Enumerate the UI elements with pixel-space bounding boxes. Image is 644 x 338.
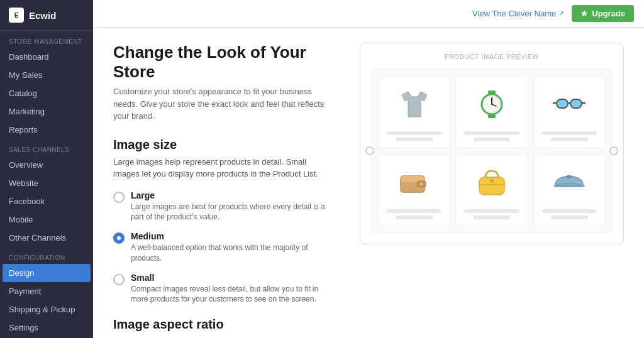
aspect-ratio-title: Image aspect ratio [113, 317, 335, 332]
carousel-right-arrow[interactable] [609, 146, 618, 155]
radio-large-desc: Large images are best for products where… [131, 202, 335, 223]
radio-medium-content: Medium A well-balanced option that works… [131, 231, 335, 264]
sidebar-logo: E Ecwid [0, 0, 93, 31]
radio-medium-desc: A well-balanced option that works with t… [131, 243, 335, 264]
cap-icon [550, 163, 588, 201]
left-panel: Change the Look of Your Store Customize … [113, 43, 335, 323]
sidebar: E Ecwid Store management Dashboard My Sa… [0, 0, 93, 338]
section-label-config: Configuration [0, 247, 93, 264]
preview-inner [370, 68, 613, 234]
upgrade-label: Upgrade [592, 9, 625, 18]
right-panel: PRODUCT IMAGE PREVIEW [360, 43, 624, 323]
svg-rect-15 [567, 175, 572, 178]
product-card-watch [455, 75, 528, 148]
view-store-label: View The Clever Name [472, 9, 556, 18]
radio-option-large[interactable]: Large Large images are best for products… [113, 190, 335, 223]
product-line-5 [542, 131, 597, 135]
product-line-1 [387, 131, 442, 135]
product-card-bag [455, 153, 528, 226]
sidebar-item-reports[interactable]: Reports [0, 121, 93, 139]
sidebar-item-dashboard[interactable]: Dashboard [0, 48, 93, 66]
product-line-11 [542, 209, 597, 213]
product-line-2 [396, 138, 432, 141]
sidebar-item-catalog[interactable]: Catalog [0, 84, 93, 102]
sidebar-item-settings[interactable]: Settings [0, 319, 93, 337]
wallet-icon [396, 163, 433, 201]
product-line-9 [464, 209, 519, 213]
sidebar-item-other-channels[interactable]: Other Channels [0, 229, 93, 247]
product-image-cap [539, 160, 600, 204]
product-image-wallet [384, 160, 445, 204]
svg-point-11 [419, 183, 423, 186]
main-wrapper: View The Clever Name ↗ ★ Upgrade Change … [93, 0, 644, 338]
radio-large-label: Large [131, 190, 335, 200]
image-size-radio-group: Large Large images are best for products… [113, 190, 335, 305]
product-line-3 [464, 131, 519, 135]
product-line-10 [474, 215, 510, 219]
sunglasses-icon [550, 85, 588, 123]
page-title: Change the Look of Your Store [113, 43, 335, 82]
upgrade-button[interactable]: ★ Upgrade [572, 5, 634, 22]
bag-icon [473, 163, 511, 201]
product-line-4 [474, 138, 510, 141]
product-image-watch [461, 82, 522, 126]
ecwid-logo-icon: E [9, 8, 24, 23]
carousel-left-arrow[interactable] [365, 146, 374, 155]
sidebar-item-mobile[interactable]: Mobile [0, 210, 93, 229]
radio-option-medium[interactable]: Medium A well-balanced option that works… [113, 231, 335, 264]
logo-text: Ecwid [29, 10, 56, 21]
sidebar-item-shipping[interactable]: Shipping & Pickup [0, 300, 93, 319]
image-size-title: Image size [113, 138, 335, 152]
preview-container: PRODUCT IMAGE PREVIEW [360, 43, 624, 244]
radio-option-small[interactable]: Small Compact images reveal less detail,… [113, 273, 335, 305]
product-line-7 [387, 209, 442, 213]
product-card-sunglasses [533, 75, 606, 148]
sidebar-item-my-sales[interactable]: My Sales [0, 66, 93, 84]
radio-medium-circle[interactable] [113, 232, 125, 244]
sidebar-item-facebook[interactable]: Facebook [0, 192, 93, 210]
product-line-8 [396, 215, 432, 219]
product-image-tshirt [384, 82, 445, 126]
svg-rect-7 [570, 99, 582, 108]
radio-small-label: Small [131, 273, 335, 283]
view-store-link[interactable]: View The Clever Name ↗ [472, 9, 564, 18]
aspect-ratio-desc: Landscape orientation is best for produc… [113, 335, 335, 338]
product-grid [378, 75, 606, 226]
sidebar-item-overview[interactable]: Overview [0, 156, 93, 174]
radio-medium-label: Medium [131, 231, 335, 241]
product-line-12 [551, 215, 587, 219]
product-line-6 [551, 138, 587, 141]
image-size-desc: Large images help represent products in … [113, 156, 335, 180]
section-label-store: Store management [0, 31, 93, 48]
page-subtitle: Customize your store's appearance to fit… [113, 85, 335, 123]
radio-large-circle[interactable] [113, 192, 125, 203]
tshirt-icon [396, 85, 433, 123]
product-card-cap [533, 153, 606, 226]
external-link-icon: ↗ [558, 9, 564, 18]
radio-small-content: Small Compact images reveal less detail,… [131, 273, 335, 305]
section-label-sales: Sales channels [0, 139, 93, 156]
sidebar-item-marketing[interactable]: Marketing [0, 102, 93, 121]
product-image-sunglasses [539, 82, 600, 126]
sidebar-item-payment[interactable]: Payment [0, 282, 93, 300]
sidebar-item-design[interactable]: Design [3, 264, 91, 282]
radio-small-circle[interactable] [113, 274, 125, 285]
product-card-wallet [378, 153, 450, 226]
topbar: View The Clever Name ↗ ★ Upgrade [93, 0, 644, 28]
product-image-bag [461, 160, 522, 204]
radio-small-desc: Compact images reveal less detail, but a… [131, 284, 335, 305]
sidebar-item-website[interactable]: Website [0, 174, 93, 192]
product-card-tshirt [378, 75, 450, 148]
svg-point-14 [490, 179, 494, 183]
star-icon: ★ [580, 9, 588, 18]
radio-large-content: Large Large images are best for products… [131, 190, 335, 223]
preview-label: PRODUCT IMAGE PREVIEW [370, 53, 613, 60]
svg-rect-6 [557, 99, 568, 108]
watch-icon [473, 85, 511, 123]
svg-rect-5 [488, 114, 496, 118]
content-area: Change the Look of Your Store Customize … [93, 28, 644, 338]
